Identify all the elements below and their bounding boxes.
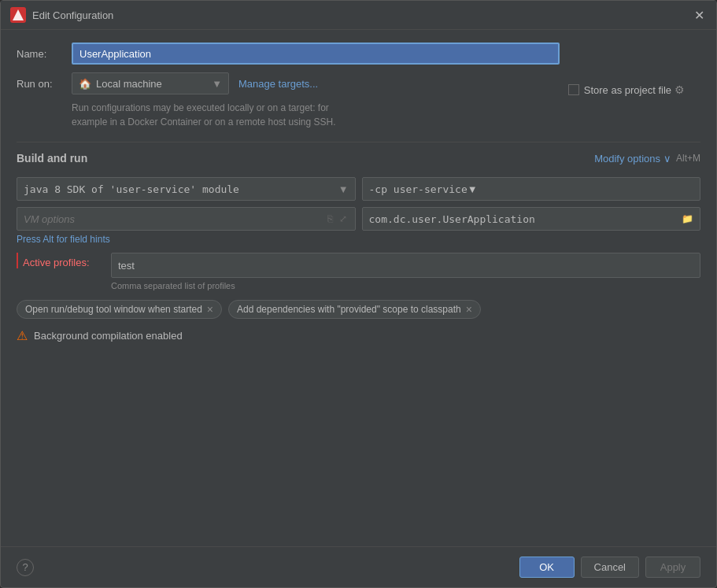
separator [17,142,700,142]
store-project-checkbox[interactable] [568,84,579,95]
sdk-dropdown[interactable]: java 8 SDK of 'user-service' module ▼ [17,177,356,201]
vm-row: ⎘ ⤢ 📁 [17,207,700,231]
gear-icon[interactable]: ⚙ [674,83,685,96]
dropdown-arrow: ▼ [212,78,222,90]
run-on-value: Local machine [96,78,162,90]
dialog-body: Name: Store as project file ⚙ Run on: 🏠 … [1,30,716,546]
alt-m-hint: Alt+M [676,153,700,164]
ok-button[interactable]: OK [519,557,575,578]
cp-dropdown[interactable]: -cp user-service ▼ [362,177,701,201]
press-alt-text: Press Alt for field hints [17,234,110,245]
profiles-input[interactable] [112,253,700,277]
tag-run-debug-label: Open run/debug tool window when started [25,304,202,315]
modify-options-label: Modify options [594,153,660,165]
footer-buttons: OK Cancel Apply [519,557,700,578]
vm-icons: ⎘ ⤢ [326,213,349,225]
cancel-button[interactable]: Cancel [581,557,639,578]
name-label: Name: [17,48,64,60]
tag-run-debug: Open run/debug tool window when started … [17,300,222,319]
warning-text: Background compilation enabled [34,330,183,342]
run-on-label: Run on: [17,78,64,90]
tags-row: Open run/debug tool window when started … [17,300,700,319]
tag-dependencies-label: Add dependencies with "provided" scope t… [237,304,461,315]
cp-value: -cp user-service [369,183,468,195]
close-button[interactable]: ✕ [691,7,707,23]
apply-button[interactable]: Apply [645,557,700,578]
sdk-value: java 8 SDK of 'user-service' module [24,183,239,195]
main-class-input[interactable] [369,213,679,225]
help-text: Run configurations may be executed local… [72,101,700,129]
main-class-folder-icon[interactable]: 📁 [682,213,693,224]
vm-copy-icon[interactable]: ⎘ [326,213,334,225]
profiles-hint: Comma separated list of profiles [111,281,700,290]
store-project-label: Store as project file [584,84,671,96]
warning-icon: ⚠ [17,328,28,343]
help-text-line1: Run configurations may be executed local… [72,102,329,113]
profiles-input-wrapper [111,253,700,278]
app-icon [10,7,26,23]
store-project-row: Store as project file ⚙ [568,83,685,96]
modify-options-button[interactable]: Modify options ∨ [594,153,671,165]
house-icon: 🏠 [79,78,91,90]
tag-run-debug-close[interactable]: × [207,304,213,315]
tag-dependencies-close[interactable]: × [466,304,472,315]
help-button[interactable]: ? [17,559,34,576]
active-profiles-row: Active profiles: [17,253,700,278]
name-input[interactable] [72,43,560,65]
run-on-dropdown[interactable]: 🏠 Local machine ▼ [72,72,229,94]
tag-dependencies: Add dependencies with "provided" scope t… [228,300,481,319]
vm-options-input[interactable] [24,213,323,225]
edit-configuration-dialog: Edit Configuration ✕ Name: Store as proj… [0,0,717,588]
store-project-wrapper[interactable]: Store as project file [568,84,671,96]
cp-arrow: ▼ [468,183,478,195]
name-row: Name: Store as project file ⚙ [17,43,700,65]
help-text-line2: example in a Docker Container or on a re… [72,116,336,128]
manage-targets-link[interactable]: Manage targets... [238,78,318,90]
sdk-arrow: ▼ [338,183,349,195]
warning-row: ⚠ Background compilation enabled [17,328,700,343]
build-run-header: Build and run Modify options ∨ Alt+M [17,152,700,168]
dialog-title: Edit Configuration [32,9,691,21]
active-profiles-label: Active profiles: [17,253,111,268]
sdk-row: java 8 SDK of 'user-service' module ▼ -c… [17,177,700,201]
press-alt-hint: Press Alt for field hints [17,234,700,245]
vm-options-field[interactable]: ⎘ ⤢ [17,207,356,231]
main-class-field[interactable]: 📁 [362,207,701,231]
dialog-footer: ? OK Cancel Apply [1,546,716,587]
vm-expand-icon[interactable]: ⤢ [338,213,349,225]
section-title: Build and run [17,152,87,165]
title-bar: Edit Configuration ✕ [1,1,716,30]
chevron-down-icon: ∨ [663,153,671,165]
